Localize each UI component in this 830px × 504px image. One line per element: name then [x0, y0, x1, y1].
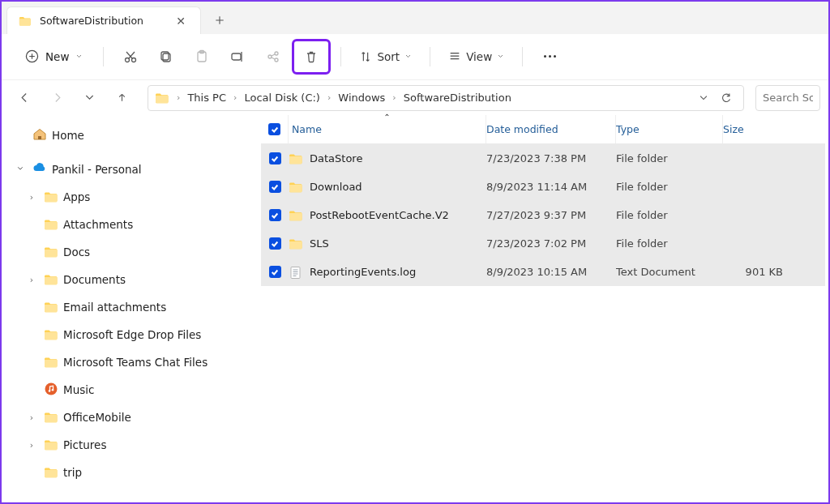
- tree-item[interactable]: ›Documents: [6, 266, 242, 293]
- new-tab-button[interactable]: [206, 6, 233, 34]
- back-button[interactable]: [10, 83, 39, 113]
- folder-icon: [289, 237, 303, 251]
- folder-icon: [155, 91, 169, 105]
- file-name-cell: ReportingEvents.log: [289, 265, 486, 280]
- view-button[interactable]: View: [440, 45, 512, 68]
- tree-label: Pankil - Personal: [52, 163, 237, 176]
- breadcrumb-segment[interactable]: SoftwareDistribution: [400, 89, 515, 106]
- tree-item[interactable]: ›Apps: [6, 183, 242, 211]
- file-name: SLS: [310, 237, 329, 250]
- collapse-icon[interactable]: [13, 164, 28, 175]
- forward-button[interactable]: [42, 83, 71, 113]
- chevron-right-icon: ›: [174, 92, 182, 103]
- chevron-right-icon: ›: [325, 92, 333, 103]
- new-button-label: New: [45, 50, 69, 63]
- column-label: Size: [723, 123, 744, 135]
- cut-button[interactable]: [113, 41, 148, 73]
- tree-item[interactable]: Attachments: [6, 211, 242, 238]
- tree-item[interactable]: ›Pictures: [6, 431, 242, 459]
- chevron-right-icon: ›: [231, 92, 239, 103]
- copy-button[interactable]: [149, 41, 183, 73]
- search-box[interactable]: [755, 85, 820, 111]
- file-size: 901 KB: [723, 266, 788, 278]
- breadcrumb-segment[interactable]: This PC: [184, 89, 229, 106]
- file-type: Text Document: [616, 266, 723, 278]
- column-header-size[interactable]: Size: [723, 115, 788, 143]
- folder-icon: [44, 327, 58, 342]
- tree-label: Attachments: [63, 218, 237, 231]
- file-name-cell: SLS: [289, 237, 486, 251]
- paste-button[interactable]: [185, 41, 219, 73]
- tree-item[interactable]: ›OfficeMobile: [6, 404, 242, 431]
- file-date: 7/27/2023 9:37 PM: [486, 209, 616, 221]
- tree-item[interactable]: Music: [6, 376, 242, 404]
- tree-label: Microsoft Edge Drop Files: [63, 328, 237, 341]
- tree-item-home[interactable]: Home: [6, 122, 242, 149]
- file-name: DataStore: [310, 152, 362, 164]
- file-row[interactable]: DataStore7/23/2023 7:38 PMFile folder: [261, 144, 825, 173]
- tree-item[interactable]: Microsoft Teams Chat Files: [6, 348, 242, 376]
- sort-ascending-icon: ⌃: [383, 113, 390, 122]
- refresh-button[interactable]: [716, 88, 737, 109]
- file-row[interactable]: Download8/9/2023 11:14 AMFile folder: [261, 173, 825, 201]
- breadcrumb-segment[interactable]: Windows: [335, 89, 388, 106]
- column-header-name[interactable]: ⌃ Name: [289, 115, 486, 143]
- column-label: Date modified: [486, 123, 558, 135]
- close-tab-button[interactable]: ✕: [171, 13, 190, 29]
- tree-item[interactable]: Docs: [6, 238, 242, 266]
- delete-button[interactable]: [292, 39, 331, 75]
- file-row[interactable]: PostRebootEventCache.V27/27/2023 9:37 PM…: [261, 201, 825, 229]
- column-label: Name: [292, 123, 322, 135]
- row-checkbox[interactable]: [261, 181, 289, 193]
- file-rows: DataStore7/23/2023 7:38 PMFile folderDow…: [261, 144, 825, 286]
- body: Home Pankil - Personal ›Apps Attachments…: [2, 115, 828, 502]
- column-headers: ⌃ Name Date modified Type Size: [261, 115, 825, 144]
- row-checkbox[interactable]: [261, 152, 289, 164]
- row-checkbox[interactable]: [261, 209, 289, 221]
- recent-locations-button[interactable]: [75, 83, 104, 113]
- file-row[interactable]: ReportingEvents.log8/9/2023 10:15 AMText…: [261, 258, 825, 286]
- file-date: 7/23/2023 7:38 PM: [486, 152, 616, 164]
- text-file-icon: [289, 265, 303, 280]
- address-bar[interactable]: › This PC › Local Disk (C:) › Windows › …: [148, 85, 744, 111]
- separator: [430, 47, 430, 66]
- row-checkbox[interactable]: [261, 237, 289, 250]
- file-name-cell: DataStore: [289, 152, 486, 166]
- chevron-right-icon: ›: [390, 92, 398, 103]
- tree-label: Music: [63, 383, 237, 396]
- file-list-pane: ⌃ Name Date modified Type Size DataStore…: [242, 115, 828, 502]
- up-button[interactable]: [107, 83, 136, 113]
- tree-label: trip: [63, 466, 237, 479]
- nav-row: › This PC › Local Disk (C:) › Windows › …: [2, 79, 828, 115]
- file-date: 8/9/2023 10:15 AM: [486, 266, 616, 278]
- tab-active[interactable]: SoftwareDistribution ✕: [6, 6, 201, 34]
- column-header-type[interactable]: Type: [616, 115, 723, 143]
- search-input[interactable]: [763, 92, 813, 104]
- file-name: PostRebootEventCache.V2: [310, 209, 449, 221]
- tree-item[interactable]: trip: [6, 459, 242, 486]
- sort-button[interactable]: Sort: [351, 45, 420, 68]
- tree-label: Pictures: [63, 438, 237, 451]
- folder-icon: [19, 15, 32, 28]
- separator: [522, 47, 523, 66]
- tree-label: Home: [52, 129, 237, 142]
- more-button[interactable]: [533, 41, 567, 73]
- cloud-icon: [32, 161, 47, 178]
- file-type: File folder: [616, 181, 723, 193]
- rename-button[interactable]: [220, 41, 255, 73]
- folder-icon: [44, 217, 58, 232]
- file-row[interactable]: SLS7/23/2023 7:02 PMFile folder: [261, 229, 825, 258]
- column-header-date[interactable]: Date modified: [486, 115, 616, 143]
- breadcrumb-segment[interactable]: Local Disk (C:): [241, 89, 323, 106]
- share-button[interactable]: [256, 41, 290, 73]
- new-button[interactable]: New: [15, 44, 93, 69]
- address-dropdown-button[interactable]: [693, 88, 714, 109]
- tree-item[interactable]: Microsoft Edge Drop Files: [6, 321, 242, 348]
- tree-item[interactable]: Email attachments: [6, 293, 242, 321]
- folder-icon: [289, 180, 303, 194]
- row-checkbox[interactable]: [261, 266, 289, 278]
- navigation-pane[interactable]: Home Pankil - Personal ›Apps Attachments…: [2, 115, 242, 502]
- select-all-checkbox[interactable]: [261, 115, 289, 143]
- folder-icon: [44, 245, 58, 259]
- tree-item-onedrive[interactable]: Pankil - Personal: [6, 156, 242, 183]
